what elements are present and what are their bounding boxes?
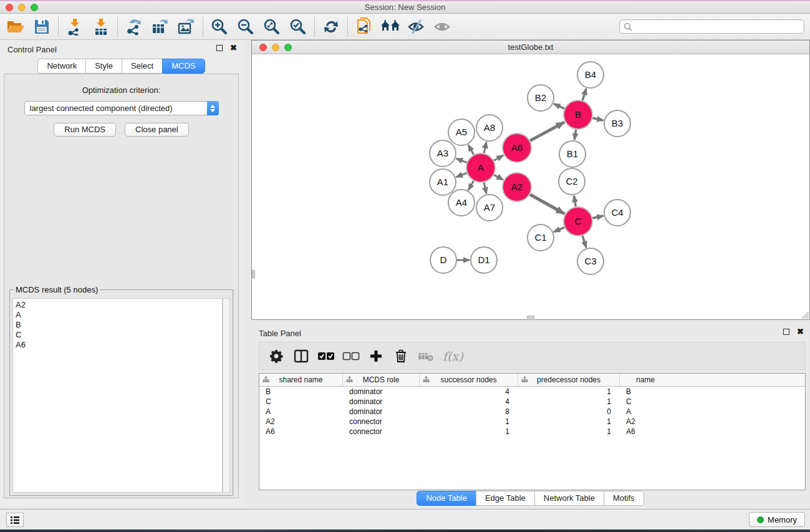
graph-node-C2[interactable]: C2 [559,168,585,195]
graph-edge-A-A2[interactable] [494,175,503,180]
result-list-scrollbar[interactable] [223,298,230,493]
mcds-result-item[interactable]: C [16,330,219,340]
network-close-icon[interactable] [259,44,267,51]
table-row[interactable]: A2connector11A2 [259,417,805,427]
cell-shared_name[interactable]: C [259,397,343,407]
network-minimize-icon[interactable] [272,44,279,51]
graph-node-B4[interactable]: B4 [577,62,604,88]
cell-predecessor_nodes[interactable]: 1 [518,397,620,407]
network-vscroll-thumb[interactable] [252,270,255,278]
graph-node-B1[interactable]: B1 [559,141,586,167]
network-maximize-icon[interactable] [284,44,292,51]
cell-shared_name[interactable]: A [259,407,343,417]
task-history-button[interactable] [6,513,24,527]
graph-edge-A-A8[interactable] [484,142,486,153]
mcds-result-item[interactable]: A [16,310,219,320]
cell-mcds_role[interactable]: connector [343,427,420,437]
graph-node-D[interactable]: D [430,247,456,273]
graph-edge-B-B1[interactable] [574,130,576,140]
column-layout-icon[interactable] [292,347,311,365]
cell-shared_name[interactable]: B [259,387,343,397]
float-panel-icon[interactable] [216,45,223,51]
show-graphics-icon[interactable] [432,16,453,37]
graph-edge-B-B2[interactable] [554,104,564,109]
graph-node-B3[interactable]: B3 [604,110,630,137]
column-header-name[interactable]: name [620,374,671,386]
cell-mcds_role[interactable]: connector [343,417,420,427]
cell-shared_name[interactable]: A2 [259,417,343,427]
export-table-icon[interactable] [150,16,171,37]
tab-network-table[interactable]: Network Table [534,491,604,506]
graph-node-A2[interactable]: A2 [503,173,531,201]
create-column-icon[interactable] [367,347,385,365]
cell-predecessor_nodes[interactable]: 1 [518,387,620,397]
graph-edge-B-B3[interactable] [592,118,603,120]
maximize-window-icon[interactable] [31,4,38,11]
home-networks-icon[interactable] [380,16,401,37]
import-network-icon[interactable] [64,16,85,37]
cell-name[interactable]: A [620,407,671,417]
graph-edge-A-A4[interactable] [468,181,473,190]
graph-edge-C-C2[interactable] [574,196,576,207]
graph-edge-A6-B[interactable] [530,122,564,141]
graph-node-B[interactable]: B [564,100,592,129]
table-row[interactable]: Bdominator41B [259,387,805,397]
column-header-successor-nodes[interactable]: successor nodes [420,374,518,386]
tab-edge-table[interactable]: Edge Table [476,491,535,506]
tab-mcds[interactable]: MCDS [162,59,205,74]
graph-node-A[interactable]: A [466,153,495,182]
close-panel-icon[interactable]: ✖ [230,45,237,51]
cell-shared_name[interactable]: A6 [259,427,343,437]
cell-successor_nodes[interactable]: 1 [420,417,518,427]
graph-node-A7[interactable]: A7 [476,195,503,221]
open-session-icon[interactable] [5,16,26,37]
close-window-icon[interactable] [6,4,13,11]
criterion-dropdown[interactable]: largest connected component (directed) [24,101,219,115]
graph-node-C4[interactable]: C4 [604,200,630,226]
delete-table-icon[interactable] [417,347,435,365]
close-panel-button[interactable]: Close panel [125,123,189,137]
deselect-all-columns-icon[interactable] [342,347,360,365]
graph-node-A6[interactable]: A6 [503,133,531,162]
cell-predecessor_nodes[interactable]: 0 [518,407,620,417]
graph-node-C3[interactable]: C3 [577,248,604,274]
cell-mcds_role[interactable]: dominator [343,387,420,397]
column-header-shared-name[interactable]: shared name [259,374,343,386]
graph-node-C[interactable]: C [564,207,592,236]
graph-node-A8[interactable]: A8 [476,115,503,141]
cell-successor_nodes[interactable]: 4 [420,387,518,397]
graph-node-A5[interactable]: A5 [448,119,475,145]
table-settings-gear-icon[interactable] [267,347,286,365]
delete-column-icon[interactable] [392,347,410,365]
cell-name[interactable]: B [620,387,671,397]
hide-graphics-icon[interactable] [406,16,427,37]
column-header-predecessor-nodes[interactable]: predecessor nodes [518,374,620,386]
network-hscroll-thumb[interactable] [527,316,534,319]
mcds-result-item[interactable]: A2 [16,300,219,310]
run-mcds-button[interactable]: Run MCDS [54,123,116,137]
cell-successor_nodes[interactable]: 4 [420,397,518,407]
table-close-panel-icon[interactable]: ✖ [797,329,804,335]
mcds-result-item[interactable]: B [16,320,219,330]
tab-node-table[interactable]: Node Table [417,491,476,506]
cell-name[interactable]: A6 [620,427,671,437]
column-header-mcds-role[interactable]: MCDS role [343,374,420,386]
graph-edge-C-C3[interactable] [582,236,586,248]
tab-style[interactable]: Style [85,59,122,74]
graph-node-B2[interactable]: B2 [528,85,554,111]
search-input[interactable] [632,20,804,33]
minimize-window-icon[interactable] [18,4,26,11]
graph-edge-A-A6[interactable] [494,155,503,160]
function-builder-button[interactable]: f(x) [443,349,463,363]
graph-node-D1[interactable]: D1 [471,247,497,273]
table-row[interactable]: Cdominator41C [259,397,805,407]
cell-successor_nodes[interactable]: 1 [420,427,518,437]
network-canvas[interactable]: AA1A2A3A4A5A6A7A8BB1B2B3B4CC1C2C3C4DD1 [252,54,809,319]
graph-node-C1[interactable]: C1 [528,225,554,251]
cell-name[interactable]: C [620,397,671,407]
graph-node-A4[interactable]: A4 [448,190,475,216]
cell-mcds_role[interactable]: dominator [343,397,420,407]
zoom-fit-icon[interactable] [261,16,282,37]
export-network-icon[interactable] [123,16,145,37]
main-titlebar[interactable]: Session: New Session [0,1,810,14]
